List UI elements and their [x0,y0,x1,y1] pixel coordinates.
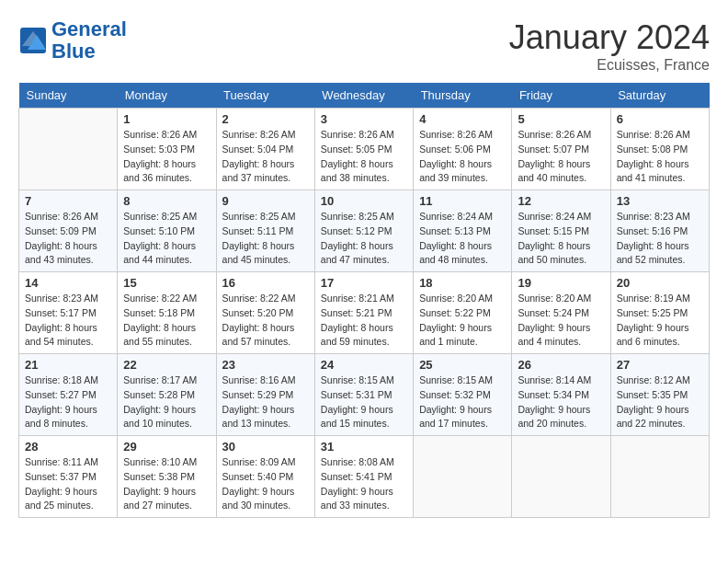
day-number: 5 [518,112,604,126]
calendar-cell: 8Sunrise: 8:25 AM Sunset: 5:10 PM Daylig… [118,190,216,272]
day-number: 2 [222,112,309,126]
calendar-cell: 30Sunrise: 8:09 AM Sunset: 5:40 PM Dayli… [216,436,314,518]
calendar-cell [414,436,512,518]
day-info: Sunrise: 8:15 AM Sunset: 5:32 PM Dayligh… [419,373,506,431]
calendar-cell [512,436,610,518]
weekday-header-row: SundayMondayTuesdayWednesdayThursdayFrid… [19,83,710,109]
day-info: Sunrise: 8:14 AM Sunset: 5:34 PM Dayligh… [518,373,604,431]
day-number: 3 [321,112,407,126]
weekday-monday: Monday [118,83,216,109]
calendar-cell: 31Sunrise: 8:08 AM Sunset: 5:41 PM Dayli… [314,436,413,518]
day-info: Sunrise: 8:21 AM Sunset: 5:21 PM Dayligh… [321,292,407,350]
week-row-4: 21Sunrise: 8:18 AM Sunset: 5:27 PM Dayli… [19,354,710,436]
logo: General Blue [18,18,127,63]
calendar-cell: 24Sunrise: 8:15 AM Sunset: 5:31 PM Dayli… [314,354,413,436]
logo-text: General Blue [51,18,127,63]
month-year: January 2024 [509,18,710,57]
calendar-cell: 20Sunrise: 8:19 AM Sunset: 5:25 PM Dayli… [610,272,709,354]
week-row-1: 1Sunrise: 8:26 AM Sunset: 5:03 PM Daylig… [19,109,710,190]
weekday-friday: Friday [512,83,610,109]
day-info: Sunrise: 8:19 AM Sunset: 5:25 PM Dayligh… [617,292,703,350]
day-info: Sunrise: 8:22 AM Sunset: 5:20 PM Dayligh… [222,292,309,350]
day-number: 8 [123,194,210,208]
calendar-cell [19,109,118,190]
day-number: 12 [518,194,604,208]
day-number: 9 [222,194,309,208]
week-row-3: 14Sunrise: 8:23 AM Sunset: 5:17 PM Dayli… [19,272,710,354]
day-number: 30 [222,440,309,454]
day-number: 26 [518,358,604,372]
day-number: 13 [617,194,703,208]
day-info: Sunrise: 8:25 AM Sunset: 5:11 PM Dayligh… [222,210,309,268]
day-number: 19 [518,276,604,290]
day-info: Sunrise: 8:12 AM Sunset: 5:35 PM Dayligh… [617,373,703,431]
day-info: Sunrise: 8:09 AM Sunset: 5:40 PM Dayligh… [222,455,309,513]
day-number: 27 [617,358,703,372]
calendar-cell: 3Sunrise: 8:26 AM Sunset: 5:05 PM Daylig… [314,109,413,190]
calendar-cell: 28Sunrise: 8:11 AM Sunset: 5:37 PM Dayli… [19,436,118,518]
day-info: Sunrise: 8:10 AM Sunset: 5:38 PM Dayligh… [123,455,210,513]
day-info: Sunrise: 8:17 AM Sunset: 5:28 PM Dayligh… [123,373,210,431]
weekday-thursday: Thursday [414,83,512,109]
calendar-cell: 5Sunrise: 8:26 AM Sunset: 5:07 PM Daylig… [512,109,610,190]
calendar-cell: 14Sunrise: 8:23 AM Sunset: 5:17 PM Dayli… [19,272,118,354]
day-info: Sunrise: 8:23 AM Sunset: 5:17 PM Dayligh… [25,292,111,350]
day-info: Sunrise: 8:26 AM Sunset: 5:08 PM Dayligh… [617,128,703,186]
calendar-cell: 22Sunrise: 8:17 AM Sunset: 5:28 PM Dayli… [118,354,216,436]
day-number: 16 [222,276,309,290]
day-info: Sunrise: 8:25 AM Sunset: 5:12 PM Dayligh… [321,210,407,268]
logo-icon [18,26,48,55]
day-number: 11 [419,194,506,208]
day-info: Sunrise: 8:26 AM Sunset: 5:03 PM Dayligh… [123,128,210,186]
week-row-5: 28Sunrise: 8:11 AM Sunset: 5:37 PM Dayli… [19,436,710,518]
day-info: Sunrise: 8:08 AM Sunset: 5:41 PM Dayligh… [321,455,407,513]
calendar-cell: 13Sunrise: 8:23 AM Sunset: 5:16 PM Dayli… [610,190,709,272]
calendar-cell: 16Sunrise: 8:22 AM Sunset: 5:20 PM Dayli… [216,272,314,354]
day-number: 10 [321,194,407,208]
day-info: Sunrise: 8:26 AM Sunset: 5:09 PM Dayligh… [25,210,111,268]
day-info: Sunrise: 8:20 AM Sunset: 5:24 PM Dayligh… [518,292,604,350]
location: Ecuisses, France [509,57,710,74]
calendar-cell: 7Sunrise: 8:26 AM Sunset: 5:09 PM Daylig… [19,190,118,272]
day-number: 28 [25,440,111,454]
day-number: 20 [617,276,703,290]
calendar-cell: 25Sunrise: 8:15 AM Sunset: 5:32 PM Dayli… [414,354,512,436]
day-number: 21 [25,358,111,372]
day-number: 22 [123,358,210,372]
day-number: 14 [25,276,111,290]
day-info: Sunrise: 8:20 AM Sunset: 5:22 PM Dayligh… [419,292,506,350]
week-row-2: 7Sunrise: 8:26 AM Sunset: 5:09 PM Daylig… [19,190,710,272]
day-info: Sunrise: 8:18 AM Sunset: 5:27 PM Dayligh… [25,373,111,431]
day-number: 4 [419,112,506,126]
day-info: Sunrise: 8:22 AM Sunset: 5:18 PM Dayligh… [123,292,210,350]
calendar-cell: 12Sunrise: 8:24 AM Sunset: 5:15 PM Dayli… [512,190,610,272]
calendar-cell: 11Sunrise: 8:24 AM Sunset: 5:13 PM Dayli… [414,190,512,272]
weekday-wednesday: Wednesday [314,83,413,109]
day-number: 7 [25,194,111,208]
weekday-saturday: Saturday [610,83,709,109]
calendar-cell: 26Sunrise: 8:14 AM Sunset: 5:34 PM Dayli… [512,354,610,436]
calendar-table: SundayMondayTuesdayWednesdayThursdayFrid… [18,83,710,518]
day-info: Sunrise: 8:26 AM Sunset: 5:04 PM Dayligh… [222,128,309,186]
calendar-cell: 15Sunrise: 8:22 AM Sunset: 5:18 PM Dayli… [118,272,216,354]
day-number: 6 [617,112,703,126]
calendar-cell [610,436,709,518]
day-info: Sunrise: 8:11 AM Sunset: 5:37 PM Dayligh… [25,455,111,513]
day-number: 15 [123,276,210,290]
calendar-cell: 23Sunrise: 8:16 AM Sunset: 5:29 PM Dayli… [216,354,314,436]
day-number: 23 [222,358,309,372]
calendar-cell: 29Sunrise: 8:10 AM Sunset: 5:38 PM Dayli… [118,436,216,518]
day-info: Sunrise: 8:26 AM Sunset: 5:07 PM Dayligh… [518,128,604,186]
day-info: Sunrise: 8:16 AM Sunset: 5:29 PM Dayligh… [222,373,309,431]
day-info: Sunrise: 8:26 AM Sunset: 5:06 PM Dayligh… [419,128,506,186]
calendar-cell: 17Sunrise: 8:21 AM Sunset: 5:21 PM Dayli… [314,272,413,354]
day-info: Sunrise: 8:24 AM Sunset: 5:15 PM Dayligh… [518,210,604,268]
weekday-tuesday: Tuesday [216,83,314,109]
weekday-sunday: Sunday [19,83,118,109]
page-header: General Blue January 2024 Ecuisses, Fran… [18,18,710,74]
calendar-cell: 19Sunrise: 8:20 AM Sunset: 5:24 PM Dayli… [512,272,610,354]
day-info: Sunrise: 8:23 AM Sunset: 5:16 PM Dayligh… [617,210,703,268]
day-number: 25 [419,358,506,372]
day-info: Sunrise: 8:15 AM Sunset: 5:31 PM Dayligh… [321,373,407,431]
calendar-cell: 9Sunrise: 8:25 AM Sunset: 5:11 PM Daylig… [216,190,314,272]
